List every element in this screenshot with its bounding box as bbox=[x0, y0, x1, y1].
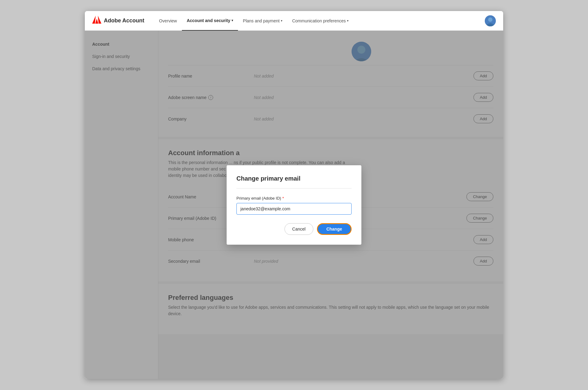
modal-overlay: Change primary email Primary email (Adob… bbox=[85, 31, 503, 379]
main-layout: Account Sign-in and security Data and pr… bbox=[85, 31, 503, 379]
chevron-down-icon: ▾ bbox=[281, 19, 282, 22]
primary-email-input[interactable] bbox=[236, 203, 352, 215]
nav-item-account-security[interactable]: Account and security ▾ bbox=[182, 11, 238, 31]
avatar[interactable] bbox=[485, 15, 496, 26]
nav-brand-label: Adobe Account bbox=[104, 17, 144, 24]
modal-title: Change primary email bbox=[236, 175, 352, 182]
change-button[interactable]: Change bbox=[317, 223, 352, 235]
chevron-down-icon: ▾ bbox=[232, 19, 233, 22]
top-nav: Adobe Account Overview Account and secur… bbox=[85, 11, 503, 31]
nav-item-communication[interactable]: Communication preferences ▾ bbox=[287, 11, 353, 31]
modal-email-label: Primary email (Adobe ID) * bbox=[236, 196, 352, 201]
nav-logo[interactable]: Adobe Account bbox=[92, 16, 144, 26]
change-email-modal: Change primary email Primary email (Adob… bbox=[227, 165, 361, 245]
nav-items: Overview Account and security ▾ Plans an… bbox=[154, 11, 485, 31]
svg-point-1 bbox=[488, 17, 492, 22]
nav-item-plans[interactable]: Plans and payment ▾ bbox=[238, 11, 287, 31]
nav-item-overview[interactable]: Overview bbox=[154, 11, 182, 31]
cancel-button[interactable]: Cancel bbox=[285, 223, 313, 235]
adobe-icon bbox=[92, 16, 101, 26]
modal-divider bbox=[236, 188, 352, 189]
modal-actions: Cancel Change bbox=[236, 223, 352, 235]
chevron-down-icon: ▾ bbox=[347, 19, 349, 22]
